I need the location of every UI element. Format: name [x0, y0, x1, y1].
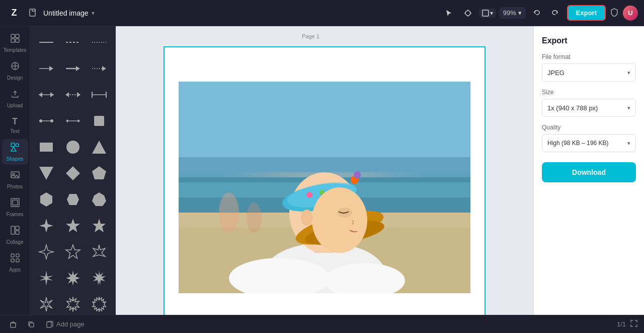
- add-page-button[interactable]: Add page: [42, 318, 89, 330]
- apps-label: Apps: [9, 267, 21, 273]
- line-dotted[interactable]: [87, 30, 111, 54]
- svg-rect-3: [11, 34, 15, 38]
- size-label: Size: [542, 89, 636, 96]
- svg-rect-15: [16, 226, 19, 230]
- export-button[interactable]: Export: [567, 5, 606, 21]
- svg-point-90: [219, 192, 239, 233]
- shape-hexagon-flat[interactable]: [61, 187, 85, 212]
- quality-value: High (98 KB – 196 KB): [547, 140, 608, 147]
- redo-button[interactable]: [547, 5, 563, 21]
- sidebar-item-templates[interactable]: Templates: [2, 30, 28, 56]
- arrow-both-left-right[interactable]: [34, 83, 58, 107]
- magic-tool-button[interactable]: [460, 5, 476, 21]
- delete-icon[interactable]: [6, 317, 20, 331]
- svg-rect-92: [11, 323, 16, 327]
- shape-burst-outline-12[interactable]: [87, 292, 111, 315]
- logo[interactable]: Z: [6, 5, 22, 21]
- select-tool-button[interactable]: [441, 5, 457, 21]
- copy-icon[interactable]: [24, 317, 38, 331]
- shape-burst-outline-4[interactable]: [34, 292, 58, 315]
- arrow-bidirectional-dashed[interactable]: [61, 83, 85, 107]
- shape-star-outline-5[interactable]: [61, 240, 85, 264]
- shape-star-outline-6[interactable]: [87, 240, 111, 264]
- upload-icon: [10, 89, 20, 101]
- file-format-select[interactable]: JPEG ▾: [542, 63, 636, 82]
- shape-hexagon[interactable]: [34, 187, 58, 212]
- frames-label: Frames: [7, 212, 24, 217]
- svg-rect-2: [482, 10, 489, 16]
- shape-diamond[interactable]: [61, 161, 85, 185]
- svg-point-1: [465, 11, 470, 16]
- line-solid[interactable]: [34, 30, 58, 54]
- canvas-area[interactable]: Page 1: [116, 26, 533, 315]
- shape-circle[interactable]: [61, 135, 85, 159]
- shape-star-burst-6[interactable]: [61, 266, 85, 290]
- shape-star-burst-4[interactable]: [34, 266, 58, 290]
- text-label: Text: [10, 128, 19, 134]
- svg-marker-29: [102, 66, 106, 71]
- topbar-right-icons: U: [610, 6, 638, 21]
- apps-icon: [10, 253, 20, 265]
- fit-screen-icon[interactable]: [630, 319, 638, 329]
- size-select[interactable]: 1x (940 x 788 px) ▾: [542, 99, 636, 117]
- user-avatar[interactable]: U: [623, 6, 638, 21]
- shape-burst-outline-8[interactable]: [61, 292, 85, 315]
- arrow-diamond-ended[interactable]: [61, 109, 85, 133]
- svg-marker-53: [67, 194, 79, 205]
- sidebar-item-shapes[interactable]: Shapes: [2, 139, 28, 165]
- shape-star-burst-8[interactable]: [87, 266, 111, 290]
- canvas-image[interactable]: [179, 82, 470, 293]
- file-format-chevron: ▾: [627, 70, 630, 76]
- line-dashed[interactable]: [61, 30, 85, 54]
- upload-label: Upload: [7, 103, 23, 108]
- document-title[interactable]: Untitled image: [43, 9, 89, 17]
- shape-rectangle[interactable]: [34, 135, 58, 159]
- shape-star6[interactable]: [87, 214, 111, 238]
- shield-icon[interactable]: [610, 8, 619, 19]
- svg-rect-4: [16, 34, 19, 38]
- collage-icon: [10, 225, 20, 238]
- download-button[interactable]: Download: [542, 162, 636, 182]
- svg-point-91: [247, 203, 262, 233]
- arrow-right-dotted[interactable]: [87, 56, 111, 81]
- title-area: Untitled image ▾: [26, 6, 95, 20]
- shape-triangle-down[interactable]: [34, 161, 58, 185]
- arrow-right-thick[interactable]: [61, 56, 85, 81]
- resize-tool-group[interactable]: ▾: [479, 9, 496, 18]
- shape-heptagon[interactable]: [87, 187, 111, 212]
- arrow-bar-ended[interactable]: [87, 83, 111, 107]
- shape-pentagon[interactable]: [87, 161, 111, 185]
- sidebar-item-photos[interactable]: Photos: [2, 167, 28, 192]
- quality-select[interactable]: High (98 KB – 196 KB) ▾: [542, 134, 636, 152]
- arrow-circle-ended[interactable]: [34, 109, 58, 133]
- shape-star-outline-4[interactable]: [34, 240, 58, 264]
- photos-icon: [10, 170, 20, 182]
- svg-rect-17: [11, 254, 14, 257]
- sidebar-item-upload[interactable]: Upload: [2, 86, 28, 111]
- svg-rect-5: [11, 39, 15, 42]
- svg-marker-50: [66, 166, 80, 180]
- shape-star5[interactable]: [61, 214, 85, 238]
- svg-rect-18: [16, 254, 19, 257]
- document-icon: [26, 6, 40, 20]
- sidebar-item-collage[interactable]: Collage: [2, 222, 28, 248]
- svg-rect-93: [30, 323, 34, 327]
- sidebar-item-frames[interactable]: Frames: [2, 194, 28, 220]
- design-label: Design: [7, 75, 23, 81]
- sidebar-item-design[interactable]: Design: [2, 58, 28, 84]
- file-format-label: File format: [542, 53, 636, 60]
- shape-square-large[interactable]: [87, 109, 111, 133]
- shape-star4[interactable]: [34, 214, 58, 238]
- zoom-control[interactable]: 99% ▾: [499, 7, 526, 19]
- arrow-right-solid[interactable]: [34, 56, 58, 81]
- title-chevron[interactable]: ▾: [92, 10, 95, 17]
- shapes-label: Shapes: [7, 156, 24, 162]
- sidebar-item-text[interactable]: T Text: [2, 113, 28, 137]
- svg-point-80: [306, 192, 312, 198]
- sidebar-item-apps[interactable]: Apps: [2, 250, 28, 276]
- shape-triangle[interactable]: [87, 135, 111, 159]
- svg-marker-59: [66, 245, 80, 258]
- undo-button[interactable]: [529, 5, 545, 21]
- svg-rect-13: [13, 200, 18, 205]
- templates-label: Templates: [4, 47, 27, 53]
